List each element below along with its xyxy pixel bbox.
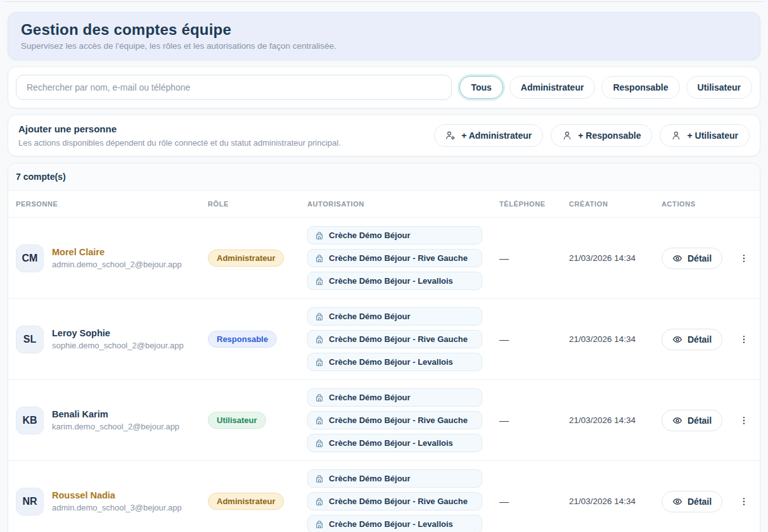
person-email: admin.demo_school_2@bejour.app — [52, 260, 182, 269]
actions-cell: Détail — [662, 491, 757, 512]
detail-button[interactable]: Détail — [662, 491, 722, 512]
authorization-label: Crèche Démo Béjour - Levallois — [329, 357, 453, 367]
authorization-label: Crèche Démo Béjour - Rive Gauche — [329, 415, 468, 425]
role-filter-label: Administrateur — [521, 82, 584, 92]
role-cell: Administrateur — [208, 493, 307, 510]
person-cell: SL Leroy Sophie sophie.demo_school_2@bej… — [16, 326, 208, 353]
role-filter-pill[interactable]: Responsable — [601, 76, 679, 99]
column-header: RÔLE — [208, 200, 307, 208]
authorization-label: Crèche Démo Béjour - Levallois — [329, 276, 453, 286]
authorization-list: Crèche Démo Béjour Crèche Démo Béjour - … — [307, 307, 499, 371]
building-icon — [315, 277, 324, 286]
person-email: sophie.demo_school_2@bejour.app — [52, 341, 184, 350]
person-name: Roussel Nadia — [52, 490, 182, 500]
person-cell: KB Benali Karim karim.demo_school_2@bejo… — [16, 407, 208, 434]
role-badge: Administrateur — [208, 250, 284, 267]
table-row: SL Leroy Sophie sophie.demo_school_2@bej… — [8, 299, 760, 380]
person-identity: Benali Karim karim.demo_school_2@bejour.… — [52, 409, 179, 431]
role-filter-pill[interactable]: Administrateur — [509, 76, 596, 99]
authorization-list: Crèche Démo Béjour Crèche Démo Béjour - … — [307, 469, 499, 532]
detail-button[interactable]: Détail — [662, 329, 722, 350]
role-cell: Responsable — [208, 331, 307, 348]
team-accounts-page: Gestion des comptes équipe Supervisez le… — [0, 12, 768, 532]
person-email: admin.demo_school_3@bejour.app — [52, 503, 182, 512]
authorization-chip: Crèche Démo Béjour — [307, 388, 482, 407]
eye-icon — [672, 415, 682, 426]
search-input[interactable] — [16, 75, 452, 100]
authorization-chip: Crèche Démo Béjour - Rive Gauche — [307, 492, 482, 510]
add-person-button-label: + Responsable — [578, 130, 641, 141]
role-filter-label: Tous — [471, 82, 491, 92]
building-icon — [315, 358, 324, 367]
building-icon — [315, 416, 324, 425]
authorization-label: Crèche Démo Béjour - Rive Gauche — [329, 497, 468, 506]
top-divider — [4, 1, 764, 2]
kebab-menu-icon[interactable] — [739, 415, 749, 426]
column-header: CRÉATION — [569, 200, 662, 208]
authorization-chip: Crèche Démo Béjour - Levallois — [307, 353, 482, 371]
kebab-menu-icon[interactable] — [739, 253, 749, 263]
authorization-label: Crèche Démo Béjour - Levallois — [329, 519, 453, 529]
authorization-label: Crèche Démo Béjour — [329, 231, 411, 240]
avatar: NR — [16, 488, 44, 516]
authorization-chip: Crèche Démo Béjour - Rive Gauche — [307, 249, 482, 267]
role-badge: Responsable — [208, 331, 277, 348]
table-body: CM Morel Claire admin.demo_school_2@bejo… — [8, 218, 760, 532]
add-person-button[interactable]: + Responsable — [551, 124, 652, 147]
role-filter-pill[interactable]: Tous — [459, 76, 502, 99]
authorization-chip: Crèche Démo Béjour — [307, 469, 482, 488]
detail-button-label: Détail — [688, 497, 712, 507]
page-title: Gestion des comptes équipe — [21, 21, 747, 39]
person-name: Benali Karim — [52, 409, 179, 419]
page-header-banner: Gestion des comptes équipe Supervisez le… — [8, 12, 760, 60]
person-icon — [562, 130, 572, 141]
creation-date-cell: 21/03/2026 14:34 — [569, 497, 662, 506]
add-person-title: Ajouter une personne — [18, 124, 341, 134]
phone-cell: — — [499, 253, 569, 263]
role-badge: Utilisateur — [208, 412, 266, 429]
building-icon — [315, 393, 324, 402]
actions-cell: Détail — [662, 248, 757, 269]
search-and-filter-bar: Tous Administrateur Responsable Utilisat… — [8, 66, 760, 108]
add-person-button[interactable]: + Utilisateur — [660, 124, 750, 147]
column-header: PERSONNE — [16, 200, 208, 208]
authorization-label: Crèche Démo Béjour - Rive Gauche — [329, 334, 468, 344]
person-cell: CM Morel Claire admin.demo_school_2@bejo… — [16, 244, 208, 272]
add-person-button[interactable]: + Administrateur — [434, 124, 543, 147]
detail-button[interactable]: Détail — [662, 248, 722, 269]
add-person-button-label: + Administrateur — [461, 130, 532, 141]
role-cell: Administrateur — [208, 250, 307, 267]
avatar: KB — [16, 407, 44, 434]
table-row: NR Roussel Nadia admin.demo_school_3@bej… — [8, 461, 760, 532]
person-gear-icon — [445, 130, 456, 141]
authorization-label: Crèche Démo Béjour — [329, 474, 411, 483]
kebab-menu-icon[interactable] — [739, 334, 749, 345]
authorization-chip: Crèche Démo Béjour — [307, 307, 482, 326]
authorization-list: Crèche Démo Béjour Crèche Démo Béjour - … — [307, 226, 499, 290]
detail-button[interactable]: Détail — [662, 410, 722, 431]
authorization-list: Crèche Démo Béjour Crèche Démo Béjour - … — [307, 388, 499, 452]
kebab-menu-icon[interactable] — [739, 497, 749, 507]
table-row: CM Morel Claire admin.demo_school_2@bejo… — [8, 218, 760, 299]
building-icon — [315, 520, 324, 529]
authorization-chip: Crèche Démo Béjour - Levallois — [307, 272, 482, 290]
page-subtitle: Supervisez les accès de l'équipe, les rô… — [21, 41, 747, 51]
eye-icon — [672, 334, 682, 345]
role-filter-pill[interactable]: Utilisateur — [686, 76, 752, 99]
add-person-button-label: + Utilisateur — [687, 130, 738, 141]
creation-date-cell: 21/03/2026 14:34 — [569, 253, 662, 263]
phone-cell: — — [499, 334, 569, 345]
detail-button-label: Détail — [688, 334, 712, 345]
add-person-description: Les actions disponibles dépendent du rôl… — [18, 138, 341, 148]
authorization-chip: Crèche Démo Béjour — [307, 226, 482, 244]
person-cell: NR Roussel Nadia admin.demo_school_3@bej… — [16, 488, 208, 516]
person-icon — [671, 130, 681, 141]
authorization-chip: Crèche Démo Béjour - Rive Gauche — [307, 330, 482, 348]
role-badge: Administrateur — [208, 493, 284, 510]
table-row: KB Benali Karim karim.demo_school_2@bejo… — [8, 380, 760, 461]
authorization-chip: Crèche Démo Béjour - Levallois — [307, 515, 482, 532]
building-icon — [315, 231, 324, 240]
authorization-label: Crèche Démo Béjour - Rive Gauche — [329, 253, 468, 263]
person-email: karim.demo_school_2@bejour.app — [52, 422, 179, 431]
person-name: Morel Claire — [52, 247, 182, 257]
